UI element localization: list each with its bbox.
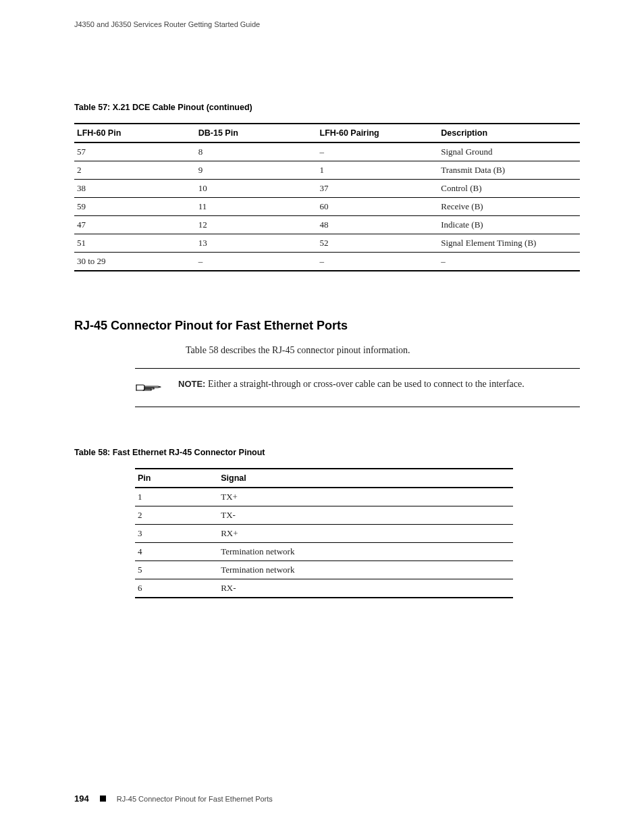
- note-block: NOTE: Either a straight-through or cross…: [135, 368, 580, 407]
- cell: Signal Ground: [438, 142, 580, 161]
- cell: Indicate (B): [438, 216, 580, 234]
- cell: 51: [74, 234, 196, 253]
- table57-h3: Description: [438, 124, 580, 142]
- page-footer: 194 RJ-45 Connector Pinout for Fast Ethe…: [74, 793, 273, 804]
- cell: 52: [317, 234, 439, 253]
- cell: 1: [317, 161, 439, 180]
- cell: 12: [196, 216, 317, 234]
- table58-wrap: Pin Signal 1 TX+ 2 TX- 3 RX+ 4: [135, 468, 513, 598]
- cell: 11: [196, 198, 317, 216]
- table-row: 3 RX+: [135, 525, 513, 543]
- section-heading: RJ-45 Connector Pinout for Fast Ethernet…: [74, 319, 580, 333]
- cell: 9: [196, 161, 317, 180]
- table58-h0: Pin: [135, 469, 218, 488]
- table58-header-row: Pin Signal: [135, 469, 513, 488]
- cell: –: [317, 142, 439, 161]
- cell: 5: [135, 561, 218, 579]
- cell: Termination network: [218, 561, 513, 579]
- cell: –: [317, 253, 439, 271]
- table-row: 47 12 48 Indicate (B): [74, 216, 580, 234]
- cell: 2: [74, 161, 196, 180]
- cell: 13: [196, 234, 317, 253]
- cell: Signal Element Timing (B): [438, 234, 580, 253]
- cell: Transmit Data (B): [438, 161, 580, 180]
- running-head: J4350 and J6350 Services Router Getting …: [74, 20, 580, 28]
- table57: LFH-60 Pin DB-15 Pin LFH-60 Pairing Desc…: [74, 123, 580, 271]
- table57-h0: LFH-60 Pin: [74, 124, 196, 142]
- note-label: NOTE:: [178, 379, 205, 389]
- cell: 2: [135, 506, 218, 525]
- cell: –: [438, 253, 580, 271]
- table57-h1: DB-15 Pin: [196, 124, 317, 142]
- cell: TX-: [218, 506, 513, 525]
- table-row: 2 TX-: [135, 506, 513, 525]
- table-row: 5 Termination network: [135, 561, 513, 579]
- note-hand-icon: [135, 380, 165, 397]
- cell: –: [196, 253, 317, 271]
- cell: 59: [74, 198, 196, 216]
- table-row: 30 to 29 – – –: [74, 253, 580, 271]
- cell: 48: [317, 216, 439, 234]
- cell: Receive (B): [438, 198, 580, 216]
- cell: 38: [74, 180, 196, 198]
- table-row: 2 9 1 Transmit Data (B): [74, 161, 580, 180]
- table-row: 57 8 – Signal Ground: [74, 142, 580, 161]
- table-row: 6 RX-: [135, 579, 513, 598]
- cell: 10: [196, 180, 317, 198]
- cell: 6: [135, 579, 218, 598]
- cell: TX+: [218, 488, 513, 506]
- table-row: 4 Termination network: [135, 543, 513, 561]
- footer-text: RJ-45 Connector Pinout for Fast Ethernet…: [117, 795, 273, 803]
- table58: Pin Signal 1 TX+ 2 TX- 3 RX+ 4: [135, 468, 513, 598]
- cell: Control (B): [438, 180, 580, 198]
- cell: 30 to 29: [74, 253, 196, 271]
- note-text: NOTE: Either a straight-through or cross…: [178, 378, 525, 391]
- page-number: 194: [74, 793, 89, 804]
- cell: Termination network: [218, 543, 513, 561]
- table58-caption: Table 58: Fast Ethernet RJ-45 Connector …: [74, 448, 580, 457]
- table57-h2: LFH-60 Pairing: [317, 124, 439, 142]
- cell: 1: [135, 488, 218, 506]
- cell: 4: [135, 543, 218, 561]
- table-row: 38 10 37 Control (B): [74, 180, 580, 198]
- cell: 3: [135, 525, 218, 543]
- table57-caption: Table 57: X.21 DCE Cable Pinout (continu…: [74, 103, 580, 112]
- cell: 60: [317, 198, 439, 216]
- table-row: 1 TX+: [135, 488, 513, 506]
- table-row: 51 13 52 Signal Element Timing (B): [74, 234, 580, 253]
- table58-h1: Signal: [218, 469, 513, 488]
- footer-square-icon: [100, 796, 106, 802]
- cell: RX-: [218, 579, 513, 598]
- body-paragraph: Table 58 describes the RJ-45 connector p…: [186, 345, 580, 356]
- cell: RX+: [218, 525, 513, 543]
- cell: 47: [74, 216, 196, 234]
- page-body: J4350 and J6350 Services Router Getting …: [0, 0, 644, 834]
- table-row: 59 11 60 Receive (B): [74, 198, 580, 216]
- table57-header-row: LFH-60 Pin DB-15 Pin LFH-60 Pairing Desc…: [74, 124, 580, 142]
- cell: 57: [74, 142, 196, 161]
- note-body: Either a straight-through or cross-over …: [208, 379, 525, 389]
- cell: 37: [317, 180, 439, 198]
- cell: 8: [196, 142, 317, 161]
